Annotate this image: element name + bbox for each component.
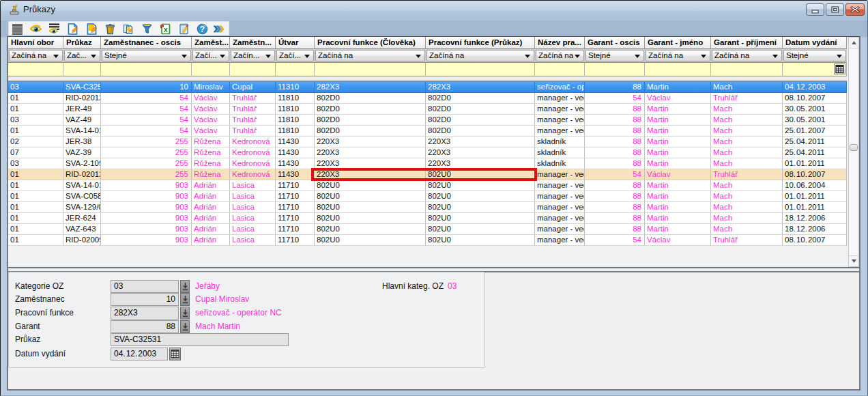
svg-text:x: x xyxy=(163,25,168,33)
svg-text:?: ? xyxy=(200,25,205,34)
